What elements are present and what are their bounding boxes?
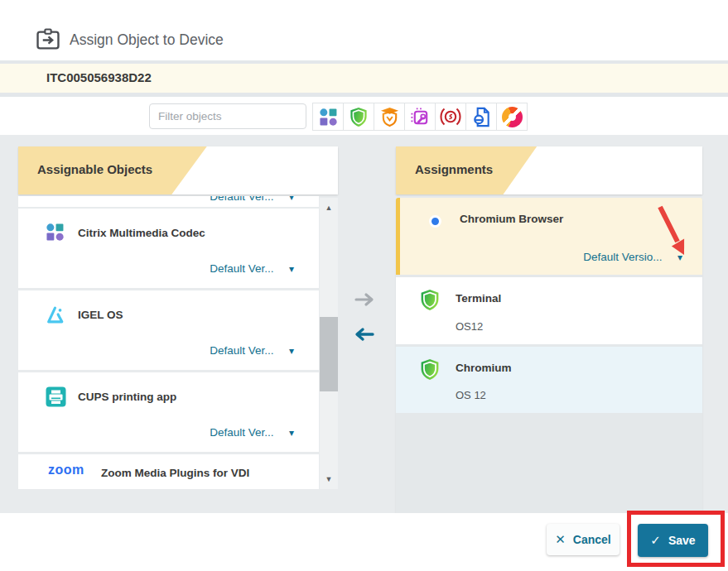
master-profiles-filter-button[interactable] [374, 103, 405, 131]
scroll-down-arrow[interactable]: ▼ [320, 473, 338, 486]
version-dropdown[interactable]: Default Ver... ▾ [210, 425, 294, 439]
scroll-up-arrow[interactable]: ▲ [320, 201, 338, 214]
version-dropdown-label: Default Ver... [210, 196, 273, 203]
assign-device-icon [36, 28, 60, 50]
left-arrow-icon [351, 326, 376, 343]
close-icon: ✕ [555, 532, 566, 547]
dialog-header: Assign Object to Device [0, 0, 728, 60]
filter-bar [0, 97, 728, 135]
assignment-item-chromium-browser[interactable]: Chromium Browser Default Versio... ▾ [396, 198, 702, 275]
apps-filter-button[interactable] [312, 103, 344, 131]
apps-icon [46, 223, 65, 242]
check-icon: ✓ [650, 533, 661, 548]
object-name: Zoom Media Plugins for VDI [101, 467, 249, 479]
object-os-version: OS 12 [456, 389, 486, 401]
chevron-down-icon: ▾ [289, 196, 294, 203]
list-item-zoom-media-plugins[interactable]: zoom Zoom Media Plugins for VDI [18, 454, 319, 489]
scrollbar-thumb[interactable] [320, 317, 338, 391]
object-name: Chromium [456, 362, 512, 374]
custom-partitions-filter-button[interactable] [404, 103, 436, 131]
printer-icon [46, 386, 66, 407]
device-id: ITC005056938D22 [46, 70, 152, 84]
object-name: IGEL OS [78, 309, 123, 321]
right-arrow-icon [353, 291, 378, 308]
object-name: Citrix Multimedia Codec [78, 227, 205, 239]
version-dropdown[interactable]: Default Versio... ▾ [583, 249, 682, 264]
version-dropdown[interactable]: Default Ver... ▾ [210, 261, 294, 276]
file-icon [471, 107, 492, 127]
unassign-left-arrow-button[interactable] [351, 326, 376, 343]
files-filter-button[interactable] [465, 103, 497, 131]
zoom-wordmark: zoom [48, 463, 84, 477]
chevron-down-icon: ▾ [289, 263, 294, 275]
dialog-title: Assign Object to Device [70, 31, 224, 49]
list-item-igel-os[interactable]: IGEL OS Default Ver... ▾ [18, 290, 319, 370]
master-profile-shield-icon [379, 107, 400, 127]
assign-object-dialog: Assign Object to Device ITC005056938D22 [0, 0, 728, 571]
app-shield-icon [419, 358, 441, 381]
igel-os-icon [46, 305, 66, 325]
assignment-item-chromium[interactable]: Chromium OS 12 [396, 347, 702, 413]
object-os-version: OS12 [456, 320, 483, 333]
assignable-objects-title: Assignable Objects [37, 162, 152, 176]
profile-shield-icon [349, 107, 369, 127]
list-item-citrix-multimedia-codec[interactable]: Citrix Multimedia Codec Default Ver... ▾ [18, 209, 319, 288]
device-bar: ITC005056938D22 [0, 64, 728, 93]
assignment-item-terminal[interactable]: Terminal OS12 [396, 277, 702, 344]
priority-profile-icon [440, 107, 461, 127]
apps-icon [319, 108, 338, 127]
custom-partition-chip-icon [410, 107, 431, 127]
priority-profiles-filter-button[interactable] [435, 103, 466, 131]
object-name: CUPS printing app [78, 391, 176, 403]
chevron-down-icon: ▾ [289, 345, 294, 357]
list-item-cups-printing-app[interactable]: CUPS printing app Default Ver... ▾ [18, 372, 319, 452]
profiles-filter-button[interactable] [343, 103, 374, 131]
object-type-filter-group [312, 103, 528, 131]
filter-objects-input[interactable] [149, 103, 306, 129]
app-shield-icon [419, 289, 441, 311]
list-item-clipped[interactable]: Default Ver... ▾ [18, 196, 319, 207]
firmware-filter-button[interactable] [496, 103, 528, 131]
cancel-button[interactable]: ✕ Cancel [547, 524, 620, 555]
chevron-down-icon: ▾ [289, 427, 294, 439]
dialog-footer: ✕ Cancel ✓ Save [0, 513, 728, 571]
assign-right-arrow-button[interactable] [353, 291, 378, 308]
chevron-down-icon: ▾ [677, 252, 682, 263]
save-button[interactable]: ✓ Save [638, 524, 708, 557]
object-name: Terminal [456, 292, 501, 305]
assignments-header: Assignments [396, 146, 702, 194]
scrollbar[interactable]: ▲ ▼ [320, 198, 338, 489]
assignment-workspace: Assignable Objects Default Ver... ▾ Citr… [0, 135, 728, 513]
object-name: Chromium Browser [460, 213, 563, 225]
assignable-objects-header: Assignable Objects [18, 146, 338, 194]
firmware-circle-icon [502, 107, 523, 127]
version-dropdown[interactable]: Default Ver... ▾ [210, 343, 294, 357]
assignments-title: Assignments [415, 162, 493, 176]
